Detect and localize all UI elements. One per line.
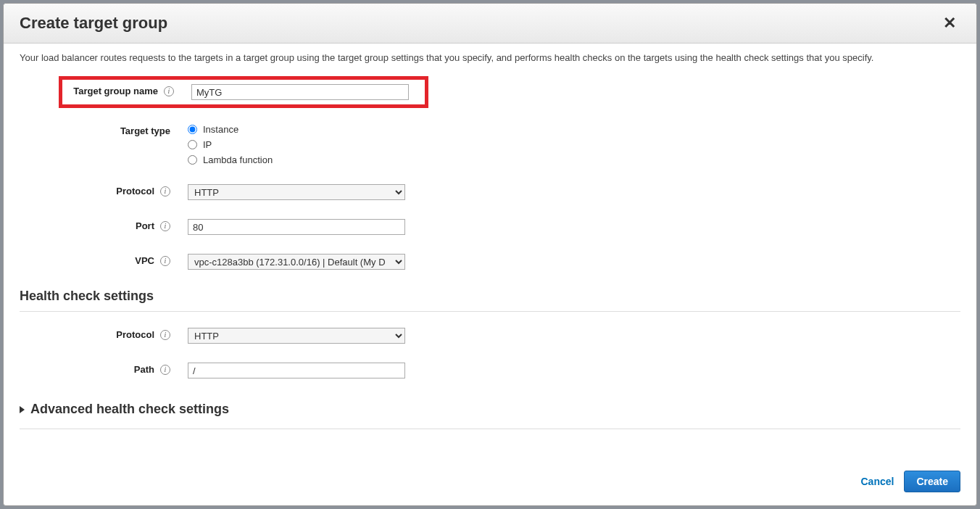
radio-label: IP [203, 139, 212, 150]
target-group-name-input[interactable] [191, 84, 409, 100]
radio-item-lambda[interactable]: Lambda function [188, 154, 953, 165]
row-target-type: Target type Instance IP Lambda function [20, 124, 960, 165]
target-type-radio-group: Instance IP Lambda function [188, 124, 953, 165]
close-icon: ✕ [943, 14, 956, 32]
vpc-select[interactable]: vpc-c128a3bb (172.31.0.0/16) | Default (… [188, 254, 405, 270]
radio-item-ip[interactable]: IP [188, 139, 953, 150]
radio-label: Instance [203, 124, 238, 135]
modal-body: Your load balancer routes requests to th… [4, 44, 976, 459]
modal-footer: Cancel Create [4, 459, 976, 505]
vpc-label: VPC [135, 255, 154, 266]
close-button[interactable]: ✕ [939, 14, 960, 33]
label-col: Port i [20, 219, 188, 231]
intro-text: Your load balancer routes requests to th… [20, 52, 960, 63]
control-col [191, 84, 422, 100]
label-col: Target group name i [62, 84, 191, 96]
control-col: vpc-c128a3bb (172.31.0.0/16) | Default (… [188, 254, 960, 270]
info-icon[interactable]: i [160, 256, 170, 266]
radio-lambda[interactable] [188, 155, 197, 165]
create-target-group-modal: Create target group ✕ Your load balancer… [3, 3, 977, 506]
row-hc-path: Path i [20, 363, 960, 378]
info-icon[interactable]: i [164, 86, 174, 96]
hc-path-input[interactable] [188, 363, 405, 378]
label-col: Protocol i [20, 184, 188, 196]
target-type-label: Target type [120, 125, 170, 136]
label-col: Target type [20, 124, 188, 136]
radio-instance[interactable] [188, 125, 197, 134]
row-port: Port i [20, 219, 960, 235]
protocol-select[interactable]: HTTP [188, 184, 405, 200]
radio-item-instance[interactable]: Instance [188, 124, 953, 135]
radio-label: Lambda function [203, 154, 273, 165]
advanced-health-check-toggle[interactable]: Advanced health check settings [20, 397, 960, 429]
info-icon[interactable]: i [160, 330, 170, 340]
advanced-hc-title: Advanced health check settings [30, 402, 229, 417]
modal-title: Create target group [20, 14, 167, 33]
control-col: HTTP [188, 328, 960, 344]
control-col [188, 219, 960, 235]
info-icon[interactable]: i [160, 221, 170, 231]
create-button[interactable]: Create [904, 471, 960, 492]
target-group-name-label: Target group name [73, 86, 158, 96]
control-col [188, 363, 960, 378]
label-col: Protocol i [20, 328, 188, 340]
port-label: Port [136, 220, 154, 231]
info-icon[interactable]: i [160, 365, 170, 375]
hc-path-label: Path [134, 364, 154, 375]
label-col: Path i [20, 363, 188, 375]
row-vpc: VPC i vpc-c128a3bb (172.31.0.0/16) | Def… [20, 254, 960, 270]
modal-header: Create target group ✕ [4, 4, 976, 44]
label-col: VPC i [20, 254, 188, 266]
port-input[interactable] [188, 219, 405, 235]
caret-right-icon [20, 406, 25, 413]
radio-ip[interactable] [188, 140, 197, 149]
health-check-section-title: Health check settings [20, 289, 960, 312]
row-protocol: Protocol i HTTP [20, 184, 960, 200]
info-icon[interactable]: i [160, 186, 170, 196]
cancel-button[interactable]: Cancel [860, 476, 894, 487]
row-target-group-name: Target group name i [59, 76, 428, 108]
hc-protocol-label: Protocol [116, 329, 154, 340]
control-col: HTTP [188, 184, 960, 200]
hc-protocol-select[interactable]: HTTP [188, 328, 405, 344]
row-hc-protocol: Protocol i HTTP [20, 328, 960, 344]
protocol-label: Protocol [116, 186, 154, 196]
control-col: Instance IP Lambda function [188, 124, 960, 165]
